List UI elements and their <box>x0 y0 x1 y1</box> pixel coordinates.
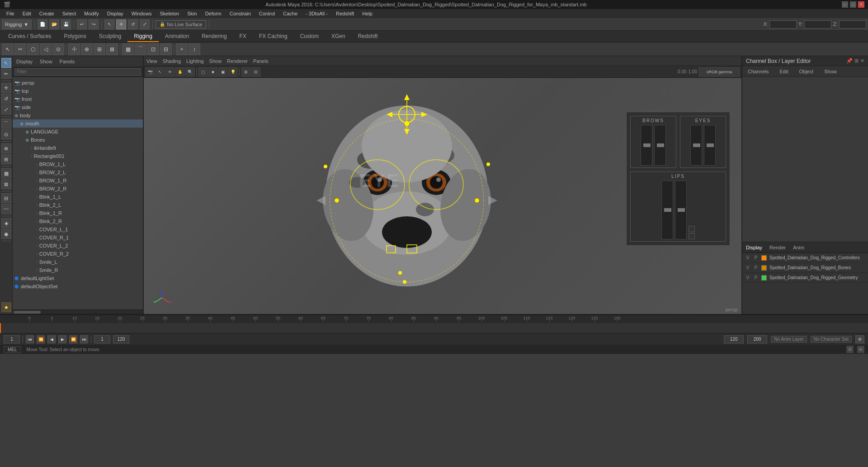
viewport-view-menu[interactable]: View <box>146 58 157 64</box>
vp-select-btn[interactable]: ↖ <box>156 67 165 76</box>
save-file-button[interactable]: 💾 <box>61 19 71 29</box>
outliner-item[interactable]: ·Blink_1_R <box>13 209 143 217</box>
tab-rigging[interactable]: Rigging <box>127 31 159 42</box>
vp-pan-btn[interactable]: ✋ <box>175 67 184 76</box>
outliner-item[interactable]: ·Blink_1_L <box>13 193 143 201</box>
workspace-dropdown[interactable]: Rigging ▼ <box>2 19 32 29</box>
outliner-item[interactable]: ·BROW_2_L <box>13 168 143 176</box>
tab-fx[interactable]: FX <box>233 31 253 42</box>
undo-button[interactable]: ↩ <box>77 19 87 29</box>
outliner-show-tab[interactable]: Show <box>40 59 52 64</box>
tab-animation[interactable]: Animation <box>159 31 195 42</box>
play-forward-button[interactable]: ▶ <box>58 335 66 343</box>
show-tab[interactable]: Show <box>822 68 839 75</box>
char-set-dropdown[interactable]: No Character Set <box>811 336 852 343</box>
scale-tool-lt[interactable]: ⤢ <box>1 105 11 114</box>
snap-grid-button[interactable]: ▦ <box>122 43 134 55</box>
constraint-tool-lt[interactable]: ⊟ <box>1 193 11 203</box>
menu-item-control[interactable]: Control <box>255 10 278 17</box>
move-tool-lt[interactable]: ✛ <box>1 83 11 93</box>
channel-box-pin[interactable]: 📌 <box>846 58 853 64</box>
scale-tool-button[interactable]: ⤢ <box>140 19 150 29</box>
outliner-filter-input[interactable] <box>14 68 141 76</box>
vp-texture-btn[interactable]: ▣ <box>218 67 227 76</box>
new-file-button[interactable]: 📄 <box>38 19 47 29</box>
outliner-item[interactable]: ·COVER_L_1 <box>13 225 143 234</box>
menu-item-redshift[interactable]: Redshift <box>332 10 358 17</box>
select-mode-button[interactable]: ↖ <box>2 43 14 55</box>
layer-p[interactable]: P <box>753 255 759 260</box>
outliner-item[interactable]: ·BROW_2_R <box>13 185 143 193</box>
status-icon-1[interactable]: ⚙ <box>846 346 854 353</box>
menu-item-deform[interactable]: Deform <box>202 10 225 17</box>
channels-tab[interactable]: Channels <box>746 68 770 75</box>
vp-zoom-btn[interactable]: 🔍 <box>185 67 194 76</box>
lips-check-1[interactable] <box>689 226 695 232</box>
move-tool-button[interactable]: ✛ <box>116 19 126 29</box>
layer-p[interactable]: P <box>753 275 759 280</box>
vp-wireframe-btn[interactable]: ▢ <box>198 67 208 76</box>
channel-box-close[interactable]: ✕ <box>860 58 864 64</box>
tab-rendering[interactable]: Rendering <box>195 31 233 42</box>
outliner-display-tab[interactable]: Display <box>16 59 33 64</box>
outliner-panels-tab[interactable]: Panels <box>60 59 75 64</box>
render-layer-tab[interactable]: Render <box>769 245 786 250</box>
menu-item-skin[interactable]: Skin <box>184 10 200 17</box>
menu-item-cache[interactable]: Cache <box>279 10 301 17</box>
curve-tool-lt[interactable]: ⌒ <box>1 119 11 129</box>
snap-point-button[interactable]: ⊡ <box>147 43 159 55</box>
outliner-item[interactable]: 📷persp <box>13 79 143 87</box>
tab-custom[interactable]: Custom <box>294 31 325 42</box>
viewport-show-menu[interactable]: Show <box>209 58 222 64</box>
maximize-button[interactable]: □ <box>850 1 856 8</box>
layer-v[interactable]: V <box>745 275 750 280</box>
menu-item-edit[interactable]: Edit <box>19 10 35 17</box>
menu-item-display[interactable]: Display <box>104 10 127 17</box>
ik-tool-lt[interactable]: ⊞ <box>1 154 11 164</box>
viewport-canvas[interactable]: EYE <box>144 78 741 314</box>
anim-layer-tab[interactable]: Anim <box>793 245 804 250</box>
lasso-button[interactable]: ✂ <box>14 43 26 55</box>
lips-check-2[interactable] <box>689 233 695 239</box>
wire-tool-lt[interactable]: 〰 <box>1 204 11 214</box>
status-icon-2[interactable]: ⊞ <box>857 346 864 353</box>
close-button[interactable]: ✕ <box>858 1 864 8</box>
plus-button[interactable]: ＋ <box>176 43 188 55</box>
outliner-item[interactable]: ·COVER_R_2 <box>13 250 143 258</box>
display-layer-tab[interactable]: Display <box>746 245 762 250</box>
universal-tool-button[interactable]: ⊠ <box>106 43 118 55</box>
outliner-item[interactable]: 🔵defaultLightSet <box>13 274 143 282</box>
layer-v[interactable]: V <box>745 255 750 260</box>
menu-item-modify[interactable]: Modify <box>80 10 102 17</box>
lattice-tool-lt[interactable]: ▦ <box>1 168 11 178</box>
eye-slider-2[interactable] <box>704 125 716 166</box>
move-tool-button2[interactable]: ☩ <box>68 43 80 55</box>
vp-cam-btn[interactable]: 📷 <box>146 67 155 76</box>
layer-v[interactable]: V <box>745 265 750 270</box>
outliner-item[interactable]: ⊕Bones <box>13 136 143 144</box>
outliner-item[interactable]: ⊕body <box>13 111 143 119</box>
viewport-renderer-menu[interactable]: Renderer <box>227 58 248 64</box>
layer-p[interactable]: P <box>753 265 759 270</box>
edit-tab[interactable]: Edit <box>778 68 790 75</box>
layer-row[interactable]: V P Spotted_Dalmatian_Dog_Rigged_Control… <box>742 253 868 263</box>
viewport-panels-menu[interactable]: Panels <box>253 58 269 64</box>
tab-redshift[interactable]: Redshift <box>352 31 384 42</box>
y-input[interactable] <box>804 20 831 29</box>
rotate-tool-lt[interactable]: ↺ <box>1 94 11 104</box>
outliner-scrollbar[interactable] <box>13 310 143 314</box>
tab-sculpting[interactable]: Sculpting <box>93 31 127 42</box>
select-tool-button[interactable]: ↖ <box>104 19 114 29</box>
redo-button[interactable]: ↪ <box>89 19 99 29</box>
snap-surface-button[interactable]: ⊟ <box>160 43 172 55</box>
select-tool-lt[interactable]: ↖ <box>1 58 11 68</box>
current-frame-input[interactable] <box>4 335 20 343</box>
menu-item---3dtoall--[interactable]: - 3DtoAll - <box>302 10 331 17</box>
x-input[interactable] <box>769 20 797 29</box>
vp-light-btn[interactable]: 💡 <box>228 67 237 76</box>
max-frame-input[interactable] <box>747 335 767 343</box>
joint-tool-lt[interactable]: ⊕ <box>1 143 11 153</box>
vp-solid-btn[interactable]: ■ <box>208 67 217 76</box>
window-controls[interactable]: ─ □ ✕ <box>842 1 864 8</box>
lips-slider-2[interactable] <box>675 181 687 239</box>
